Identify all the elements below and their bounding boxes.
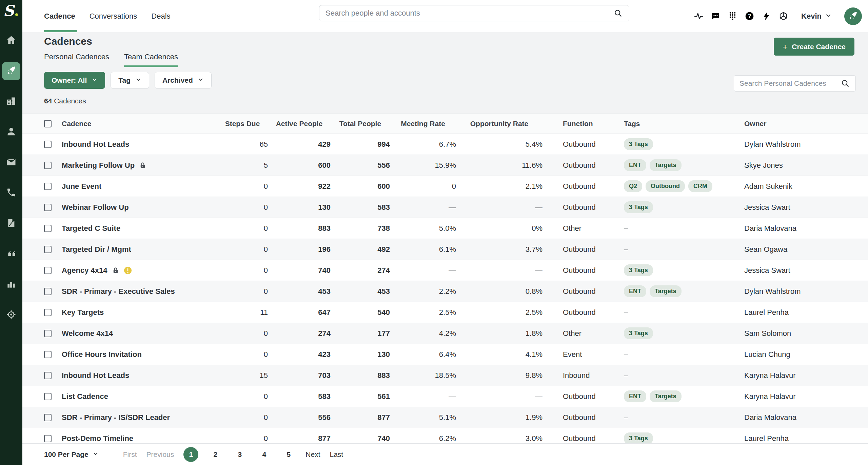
cadence-name-link[interactable]: List Cadence [62, 392, 108, 401]
user-avatar[interactable] [844, 7, 862, 25]
per-page-select[interactable]: 100 Per Page [44, 450, 99, 459]
page-4-button[interactable]: 4 [257, 447, 272, 462]
cadence-name-link[interactable]: SDR - Primary - IS/SDR Leader [62, 413, 170, 422]
page-3-button[interactable]: 3 [232, 447, 247, 462]
active-people-cell: 130 [268, 197, 331, 218]
table-row[interactable]: Agency 4x14 0 740 274 — — Outbound 3 Tag… [22, 260, 868, 281]
sidebar-item-calls[interactable] [2, 184, 20, 202]
table-row[interactable]: Key Targets 11 647 540 2.5% 2.5% Outboun… [22, 302, 868, 323]
row-checkbox[interactable] [44, 351, 52, 358]
table-row[interactable]: Office Hours Invitation 0 423 130 6.4% 4… [22, 344, 868, 365]
apps-hexagon-icon[interactable] [779, 12, 788, 21]
dialpad-icon[interactable] [728, 12, 737, 21]
cadence-name-link[interactable]: Inbound Hot Leads [62, 140, 129, 149]
user-menu[interactable]: Kevin [801, 12, 832, 21]
cadence-name-link[interactable]: Marketing Follow Up [62, 161, 135, 170]
row-checkbox[interactable] [44, 225, 52, 232]
row-checkbox[interactable] [44, 204, 52, 211]
table-row[interactable]: Welcome 4x14 0 274 177 4.2% 1.8% Other 3… [22, 323, 868, 344]
row-checkbox[interactable] [44, 267, 52, 274]
total-people-cell: 540 [331, 302, 390, 323]
cadence-name-link[interactable]: June Event [62, 182, 101, 191]
create-cadence-button[interactable]: + Create Cadence [774, 38, 854, 56]
table-row[interactable]: Targeted C Suite 0 883 738 5.0% 0% Other… [22, 218, 868, 239]
previous-page-button[interactable]: Previous [146, 450, 174, 459]
activity-icon[interactable] [694, 12, 703, 21]
table-row[interactable]: Marketing Follow Up 5 600 556 15.9% 11.6… [22, 155, 868, 176]
row-checkbox[interactable] [44, 246, 52, 253]
row-checkbox[interactable] [44, 309, 52, 316]
nav-cadence[interactable]: Cadence [44, 0, 75, 32]
cadence-name-link[interactable]: Office Hours Invitation [62, 350, 142, 359]
row-checkbox[interactable] [44, 162, 52, 169]
search-personal-cadences-input[interactable] [739, 79, 841, 87]
steps-due-cell: 11 [217, 302, 268, 323]
next-page-button[interactable]: Next [305, 450, 320, 459]
sidebar-item-coaching[interactable] [2, 306, 20, 324]
active-people-cell: 274 [268, 323, 331, 344]
lock-icon [139, 162, 146, 169]
search-icon[interactable] [841, 79, 850, 88]
bar-chart-icon [6, 279, 16, 290]
help-icon[interactable]: ? [745, 12, 754, 21]
sidebar-item-snippets[interactable] [2, 245, 20, 263]
row-checkbox[interactable] [44, 330, 52, 337]
last-page-button[interactable]: Last [330, 450, 343, 459]
sidebar-item-home[interactable] [2, 32, 20, 50]
tags-cell: – [624, 365, 744, 386]
salesloft-logo[interactable]: S. [3, 2, 19, 20]
page-1-button[interactable]: 1 [183, 447, 198, 462]
table-row[interactable]: Inbound Hot Leads 65 429 994 6.7% 5.4% O… [22, 134, 868, 155]
table-row[interactable]: June Event 0 922 600 0 2.1% Outbound Q2O… [22, 176, 868, 197]
cadence-name-link[interactable]: Targeted Dir / Mgmt [62, 245, 131, 254]
row-checkbox[interactable] [44, 141, 52, 148]
tab-team-cadences[interactable]: Team Cadences [124, 53, 178, 67]
row-checkbox[interactable] [44, 414, 52, 421]
owner-filter-button[interactable]: Owner: All [44, 72, 105, 89]
row-checkbox[interactable] [44, 435, 52, 442]
cadence-name-link[interactable]: Agency 4x14 [62, 266, 107, 275]
meeting-rate-cell: 6.2% [390, 428, 456, 443]
page-2-button[interactable]: 2 [208, 447, 223, 462]
shortcuts-bolt-icon[interactable] [762, 12, 771, 21]
table-row[interactable]: SDR - Primary - IS/SDR Leader 0 556 877 … [22, 407, 868, 428]
row-checkbox[interactable] [44, 183, 52, 190]
table-row[interactable]: Webinar Follow Up 0 130 583 — — Outbound… [22, 197, 868, 218]
page-5-button[interactable]: 5 [281, 447, 296, 462]
sidebar-item-people[interactable] [2, 123, 20, 141]
sidebar-item-analytics[interactable] [2, 276, 20, 294]
table-row[interactable]: Targeted Dir / Mgmt 0 196 492 6.1% 3.7% … [22, 239, 868, 260]
steps-due-cell: 0 [217, 239, 268, 260]
search-icon[interactable] [614, 9, 623, 18]
home-icon [6, 35, 16, 46]
nav-deals[interactable]: Deals [151, 0, 170, 32]
global-search-input[interactable] [326, 9, 614, 18]
total-people-cell: 130 [331, 344, 390, 365]
cadence-name-link[interactable]: SDR - Primary - Executive Sales [62, 287, 175, 296]
table-row[interactable]: Inbound Hot Leads 15 703 883 18.5% 9.8% … [22, 365, 868, 386]
cadence-name-link[interactable]: Post-Demo Timeline [62, 434, 133, 443]
tag-filter-button[interactable]: Tag [111, 72, 149, 89]
cadence-name-link[interactable]: Key Targets [62, 308, 104, 317]
table-row[interactable]: Post-Demo Timeline 0 877 740 6.2% 3.0% O… [22, 428, 868, 443]
first-page-button[interactable]: First [123, 450, 137, 459]
cadence-name-link[interactable]: Inbound Hot Leads [62, 371, 129, 380]
select-all-checkbox[interactable] [44, 120, 52, 127]
cadence-name-link[interactable]: Webinar Follow Up [62, 203, 129, 212]
sidebar-item-notes[interactable] [2, 215, 20, 233]
cadence-name-link[interactable]: Welcome 4x14 [62, 329, 113, 338]
messages-icon[interactable] [711, 12, 720, 21]
sidebar-item-email[interactable] [2, 154, 20, 172]
row-checkbox[interactable] [44, 372, 52, 379]
nav-conversations[interactable]: Conversations [90, 0, 137, 32]
sidebar-item-cadences[interactable] [2, 62, 20, 80]
row-checkbox[interactable] [44, 288, 52, 295]
sidebar-item-accounts[interactable] [2, 93, 20, 111]
table-row[interactable]: SDR - Primary - Executive Sales 0 453 45… [22, 281, 868, 302]
row-checkbox[interactable] [44, 393, 52, 400]
tab-personal-cadences[interactable]: Personal Cadences [44, 53, 109, 67]
cadence-name-link[interactable]: Targeted C Suite [62, 224, 120, 233]
table-row[interactable]: List Cadence 0 583 561 — — Outbound ENTT… [22, 386, 868, 407]
archived-filter-button[interactable]: Archived [155, 72, 212, 89]
function-cell: Outbound [542, 407, 624, 428]
